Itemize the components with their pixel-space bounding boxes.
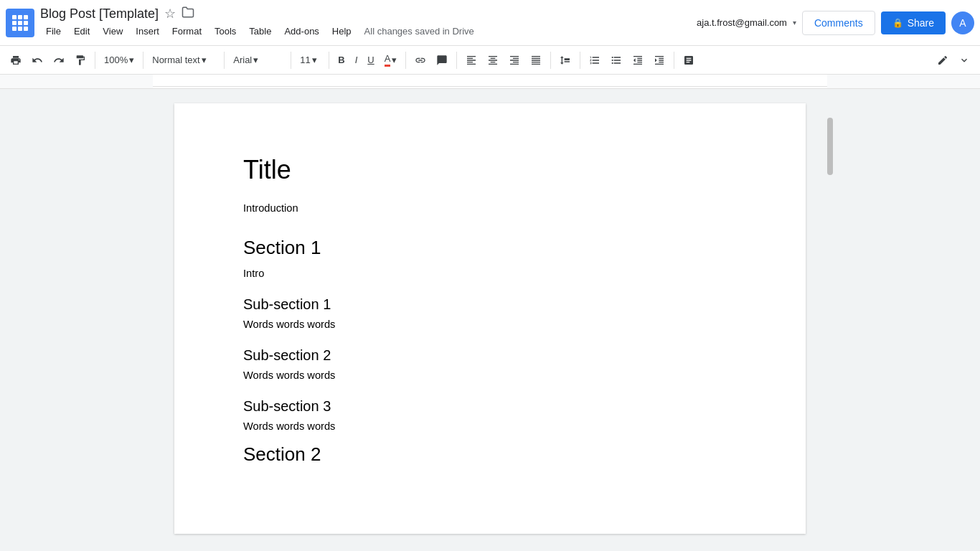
italic-button[interactable]: I bbox=[351, 52, 362, 68]
zoom-selector[interactable]: 100% ▾ bbox=[100, 52, 138, 68]
ruler-inner bbox=[153, 75, 827, 88]
menu-file[interactable]: File bbox=[40, 23, 67, 39]
ruler bbox=[0, 75, 980, 89]
text-color-button[interactable]: A ▾ bbox=[380, 50, 402, 70]
menu-bar: File Edit View Insert Format Tools Table… bbox=[40, 23, 697, 39]
decrease-indent-button[interactable] bbox=[628, 52, 648, 69]
separator-3 bbox=[224, 52, 225, 69]
main-area: Title Introduction Section 1 Intro Sub-s… bbox=[0, 89, 980, 551]
formula-button[interactable] bbox=[679, 52, 699, 69]
document-intro-text: Introduction bbox=[243, 202, 737, 214]
insert-link-button[interactable] bbox=[410, 52, 430, 69]
separator-1 bbox=[95, 52, 95, 69]
subsection1-heading: Sub-section 1 bbox=[243, 296, 737, 313]
section1-heading: Section 1 bbox=[243, 237, 737, 259]
pen-tool-button[interactable] bbox=[933, 52, 953, 69]
increase-indent-button[interactable] bbox=[649, 52, 669, 69]
subsection3-body: Words words words bbox=[243, 420, 737, 432]
left-margin bbox=[0, 89, 153, 551]
menu-table[interactable]: Table bbox=[243, 23, 277, 39]
separator-9 bbox=[580, 52, 580, 69]
font-size-selector[interactable]: 11 ▾ bbox=[296, 52, 324, 68]
right-margin bbox=[827, 89, 980, 551]
separator-2 bbox=[143, 52, 143, 69]
expand-toolbar-button[interactable] bbox=[954, 52, 974, 69]
redo-button[interactable] bbox=[49, 52, 69, 69]
separator-10 bbox=[674, 52, 674, 69]
document-area[interactable]: Title Introduction Section 1 Intro Sub-s… bbox=[153, 89, 827, 551]
star-icon[interactable]: ☆ bbox=[164, 6, 176, 22]
insert-comment-button[interactable] bbox=[432, 52, 452, 69]
underline-button[interactable]: U bbox=[363, 52, 378, 68]
unordered-list-button[interactable] bbox=[606, 52, 626, 69]
user-dropdown-arrow[interactable]: ▾ bbox=[793, 19, 796, 27]
section2-heading: Section 2 bbox=[243, 443, 737, 466]
separator-8 bbox=[550, 52, 551, 69]
user-email: aja.t.frost@gmail.com bbox=[697, 17, 787, 28]
document-page: Title Introduction Section 1 Intro Sub-s… bbox=[174, 103, 806, 534]
separator-7 bbox=[456, 52, 457, 69]
menu-tools[interactable]: Tools bbox=[209, 23, 242, 39]
menu-view[interactable]: View bbox=[97, 23, 128, 39]
align-left-button[interactable] bbox=[461, 52, 481, 69]
menu-format[interactable]: Format bbox=[166, 23, 207, 39]
user-avatar[interactable]: A bbox=[951, 11, 974, 34]
menu-help[interactable]: Help bbox=[326, 23, 357, 39]
subsection2-heading: Sub-section 2 bbox=[243, 347, 737, 364]
section1-intro: Intro bbox=[243, 268, 737, 279]
align-right-button[interactable] bbox=[504, 52, 524, 69]
subsection1-body: Words words words bbox=[243, 319, 737, 330]
paragraph-style-selector[interactable]: Normal text ▾ bbox=[148, 52, 220, 68]
apps-menu-icon[interactable] bbox=[6, 9, 34, 37]
subsection3-heading: Sub-section 3 bbox=[243, 398, 737, 415]
subsection2-body: Words words words bbox=[243, 369, 737, 381]
menu-addons[interactable]: Add-ons bbox=[278, 23, 324, 39]
align-center-button[interactable] bbox=[483, 52, 503, 69]
save-status: All changes saved in Drive bbox=[364, 26, 474, 37]
document-title[interactable]: Blog Post [Template] bbox=[40, 6, 159, 22]
undo-button[interactable] bbox=[27, 52, 47, 69]
bold-button[interactable]: B bbox=[334, 52, 349, 68]
print-button[interactable] bbox=[6, 52, 26, 69]
ordered-list-button[interactable] bbox=[585, 52, 605, 69]
folder-icon[interactable] bbox=[182, 6, 194, 22]
font-selector[interactable]: Arial ▾ bbox=[229, 52, 286, 68]
separator-5 bbox=[329, 52, 329, 69]
top-bar: Blog Post [Template] ☆ File Edit View In… bbox=[0, 0, 980, 46]
separator-4 bbox=[291, 52, 291, 69]
top-right-controls: aja.t.frost@gmail.com ▾ Comments 🔒 Share… bbox=[697, 11, 974, 35]
separator-6 bbox=[405, 52, 406, 69]
document-title-text: Title bbox=[243, 155, 737, 185]
share-button[interactable]: 🔒 Share bbox=[881, 11, 946, 34]
toolbar: 100% ▾ Normal text ▾ Arial ▾ 11 ▾ B I U … bbox=[0, 46, 980, 75]
paint-format-button[interactable] bbox=[70, 52, 90, 69]
line-spacing-button[interactable] bbox=[555, 52, 575, 69]
menu-insert[interactable]: Insert bbox=[130, 23, 165, 39]
comments-button[interactable]: Comments bbox=[802, 11, 875, 35]
doc-title-area: Blog Post [Template] ☆ File Edit View In… bbox=[40, 6, 697, 39]
scrollbar-thumb[interactable] bbox=[827, 118, 833, 175]
menu-edit[interactable]: Edit bbox=[68, 23, 95, 39]
align-justify-button[interactable] bbox=[526, 52, 546, 69]
lock-icon: 🔒 bbox=[892, 18, 903, 28]
